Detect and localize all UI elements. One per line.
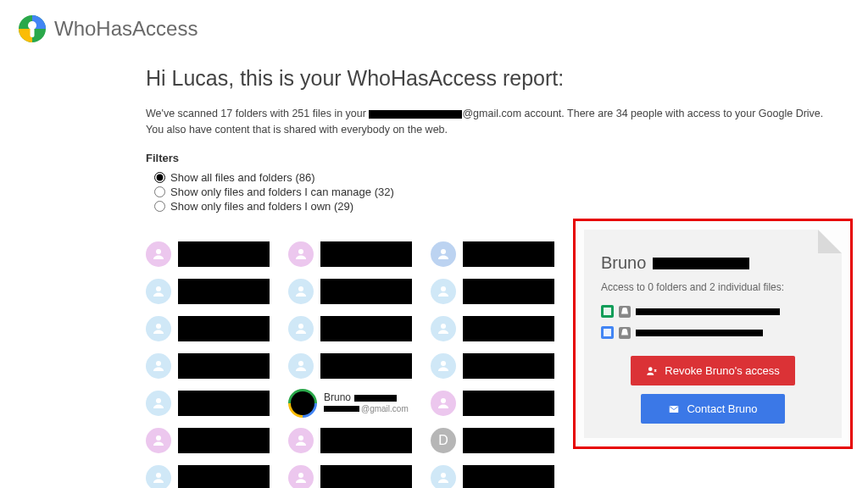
person-row[interactable] [146,352,270,380]
redacted-name [463,353,554,379]
avatar-generic-icon [288,465,314,489]
detail-panel-callout: Bruno Access to 0 folders and 2 individu… [573,219,853,449]
person-row[interactable] [146,389,270,418]
person-row[interactable]: D [431,426,554,455]
person-row[interactable] [146,240,270,269]
svg-point-14 [298,435,303,441]
avatar-letter: D [431,428,456,453]
person-row[interactable] [288,240,412,269]
svg-point-6 [156,361,161,366]
owner-icon [619,306,631,318]
filters-title: Filters [146,152,868,164]
people-col-3: D [431,240,554,489]
avatar-generic-icon [146,465,171,489]
avatar-generic-icon [288,428,314,453]
filter-manage-label: Show only files and folders I can manage… [170,186,394,198]
panel-actions: Revoke Bruno's access Contact Bruno [601,356,825,424]
person-row[interactable] [288,426,412,455]
person-row[interactable] [288,352,412,380]
svg-point-16 [441,249,446,254]
redacted-surname [653,258,749,269]
app-name: WhoHasAccess [54,17,198,41]
detail-panel: Bruno Access to 0 folders and 2 individu… [584,230,842,438]
report-heading: Hi Lucas, this is your WhoHasAccess repo… [146,66,868,91]
person-row[interactable] [288,314,412,343]
redacted-name [178,353,270,379]
svg-point-10 [298,249,303,254]
svg-point-5 [156,324,161,329]
panel-access-summary: Access to 0 folders and 2 individual fil… [601,281,825,293]
svg-point-9 [156,473,161,478]
filter-all[interactable]: Show all files and folders (86) [154,171,868,184]
person-row[interactable] [431,389,554,418]
svg-point-7 [156,398,161,403]
app-logo [19,15,46,42]
person-row[interactable] [431,314,554,343]
revoke-label: Revoke Bruno's access [665,364,779,377]
scan-email-suffix: @gmail.com [462,108,521,119]
svg-point-20 [441,398,446,403]
svg-point-11 [298,286,303,291]
person-row[interactable] [431,352,554,380]
redacted-name [320,241,412,267]
filter-own[interactable]: Show only files and folders I own (29) [154,200,868,213]
person-row[interactable] [146,426,270,455]
person-row[interactable] [288,277,412,306]
avatar-generic-icon [146,279,171,304]
svg-point-21 [441,473,446,478]
svg-rect-2 [31,28,35,37]
avatar-generic-icon [146,316,171,341]
filter-manage-radio[interactable] [154,186,165,197]
person-row[interactable] [146,463,270,489]
people-col-2: Bruno @gmail.com [288,240,412,489]
svg-point-18 [441,324,446,329]
person-row[interactable] [431,277,554,306]
panel-person-name-line: Bruno [601,253,825,273]
redacted-name [320,316,412,341]
avatar-generic-icon [431,465,456,489]
redacted-name [178,465,270,489]
bruno-first-name: Bruno [324,392,351,403]
redacted-name [178,241,270,267]
google-sheets-icon [601,305,614,318]
contact-button[interactable]: Contact Bruno [641,394,785,424]
avatar-generic-icon [431,241,456,267]
revoke-icon [646,365,658,377]
redacted-name [463,428,554,453]
avatar-generic-icon [146,353,171,379]
scan-suffix: account. There are 34 people with access… [521,108,823,119]
redacted-name [178,428,270,453]
person-row[interactable] [431,240,554,269]
mail-icon [668,403,680,415]
redacted-email-user [324,406,359,412]
redacted-file-name [636,308,780,315]
app-header: WhoHasAccess [0,0,868,49]
bruno-avatar-icon [291,391,314,415]
person-row-bruno[interactable]: Bruno @gmail.com [288,389,412,418]
redacted-name [320,279,412,304]
google-docs-icon [601,326,614,339]
revoke-access-button[interactable]: Revoke Bruno's access [631,356,794,385]
redacted-surname [354,395,397,402]
file-row-docs[interactable] [601,326,825,339]
scan-line2: You also have content that is shared wit… [146,124,448,136]
avatar-generic-icon [288,316,314,341]
avatar-generic-icon [288,353,314,379]
filter-all-radio[interactable] [154,172,165,183]
avatar-generic-icon [431,391,456,416]
filter-own-radio[interactable] [154,201,165,212]
person-row[interactable] [146,314,270,343]
person-row[interactable] [431,463,554,489]
svg-point-8 [156,435,161,441]
avatar-generic-icon [288,279,314,304]
redacted-name [463,465,554,489]
person-row[interactable] [288,463,412,489]
redacted-name [463,316,554,341]
person-row[interactable] [146,277,270,306]
avatar-generic-icon [146,391,171,416]
filter-manage[interactable]: Show only files and folders I can manage… [154,186,868,198]
file-row-sheets[interactable] [601,305,825,318]
scan-summary: We've scanned 17 folders with 251 files … [146,106,868,138]
redacted-name [178,391,270,416]
avatar-generic-icon [431,279,456,304]
